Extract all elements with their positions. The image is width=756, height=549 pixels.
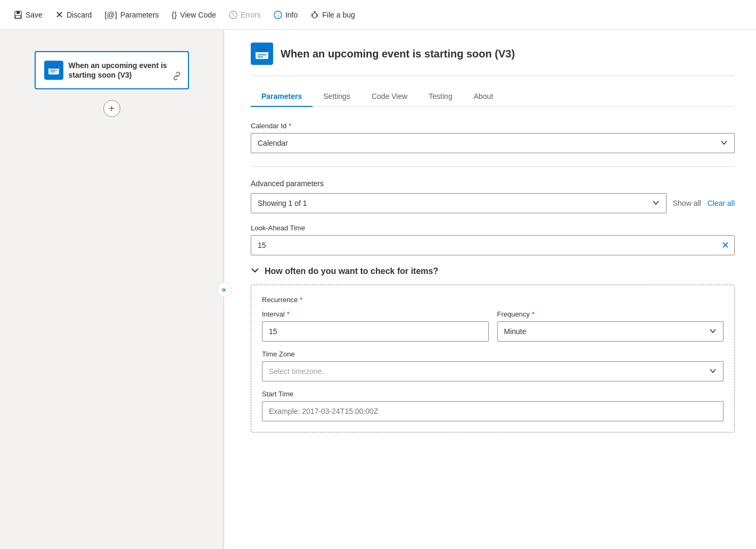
chevron-down-icon bbox=[720, 139, 728, 148]
panel-header: When an upcoming event is starting soon … bbox=[251, 30, 735, 76]
parameters-label: Parameters bbox=[120, 11, 159, 19]
file-bug-label: File a bug bbox=[322, 11, 355, 19]
discard-button[interactable]: ✕ Discard bbox=[50, 6, 97, 24]
frequency-chevron-icon bbox=[709, 327, 717, 336]
left-panel: When an upcoming event is starting soon … bbox=[0, 30, 224, 549]
calendar-id-select[interactable]: Calendar bbox=[251, 133, 735, 153]
view-code-icon: {} bbox=[171, 10, 177, 19]
recurrence-section-title: How often do you want to check for items… bbox=[265, 267, 438, 276]
tab-testing[interactable]: Testing bbox=[418, 87, 463, 107]
recurrence-label: Recurrence * bbox=[262, 296, 724, 304]
tab-code-view[interactable]: Code View bbox=[361, 87, 418, 107]
errors-button[interactable]: Errors bbox=[224, 7, 266, 22]
info-icon: i bbox=[274, 11, 282, 19]
start-time-label: Start Time bbox=[262, 390, 724, 398]
interval-frequency-row: Interval * Frequency * Minute bbox=[262, 310, 724, 342]
parameters-button[interactable]: [@] Parameters bbox=[99, 7, 164, 22]
info-button[interactable]: i Info bbox=[268, 7, 303, 22]
view-code-button[interactable]: {} View Code bbox=[166, 7, 221, 22]
timezone-select[interactable]: Select timezone. bbox=[262, 361, 724, 381]
clear-all-button[interactable]: Clear all bbox=[708, 199, 735, 207]
node-title: When an upcoming event is starting soon … bbox=[69, 61, 179, 80]
flow-node[interactable]: When an upcoming event is starting soon … bbox=[35, 51, 189, 89]
interval-group: Interval * bbox=[262, 310, 489, 342]
bug-icon bbox=[310, 11, 319, 19]
discard-icon: ✕ bbox=[55, 9, 63, 21]
tab-bar: Parameters Settings Code View Testing Ab… bbox=[251, 87, 735, 107]
calendar-id-group: Calendar Id * Calendar bbox=[251, 122, 735, 153]
start-time-group: Start Time bbox=[262, 390, 724, 421]
frequency-group: Frequency * Minute bbox=[497, 310, 724, 342]
timezone-group: Time Zone Select timezone. bbox=[262, 350, 724, 381]
calendar-id-label: Calendar Id * bbox=[251, 122, 735, 130]
showing-row: Showing 1 of 1 Show all Clear all bbox=[251, 193, 735, 213]
tab-settings[interactable]: Settings bbox=[313, 87, 361, 107]
look-ahead-label: Look-Ahead Time bbox=[251, 224, 735, 232]
svg-point-5 bbox=[233, 16, 234, 17]
panel-title: When an upcoming event is starting soon … bbox=[281, 48, 515, 60]
svg-point-8 bbox=[313, 13, 317, 18]
svg-rect-2 bbox=[15, 15, 21, 18]
svg-rect-16 bbox=[48, 66, 59, 69]
save-icon bbox=[14, 11, 22, 19]
divider bbox=[251, 166, 735, 167]
recurrence-box: Recurrence * Interval * Frequency bbox=[251, 285, 735, 432]
frequency-label: Frequency * bbox=[497, 310, 724, 318]
svg-text:i: i bbox=[277, 13, 279, 18]
look-ahead-input-wrapper: ✕ bbox=[251, 235, 735, 255]
tab-about[interactable]: About bbox=[463, 87, 504, 107]
main-layout: When an upcoming event is starting soon … bbox=[0, 30, 756, 549]
frequency-select[interactable]: Minute bbox=[497, 321, 724, 342]
show-all-button[interactable]: Show all bbox=[673, 199, 701, 207]
node-header: When an upcoming event is starting soon … bbox=[44, 61, 179, 80]
look-ahead-group: Look-Ahead Time ✕ bbox=[251, 224, 735, 255]
recurrence-section: How often do you want to check for items… bbox=[251, 266, 735, 432]
discard-label: Discard bbox=[67, 11, 92, 19]
view-code-label: View Code bbox=[180, 11, 216, 19]
advanced-params-label: Advanced parameters bbox=[251, 179, 735, 188]
timezone-chevron-icon bbox=[709, 367, 717, 376]
tab-parameters[interactable]: Parameters bbox=[251, 87, 313, 107]
showing-dropdown[interactable]: Showing 1 of 1 bbox=[251, 193, 667, 213]
recurrence-required: * bbox=[300, 296, 302, 304]
link-icon bbox=[172, 71, 182, 83]
add-step-button[interactable]: + bbox=[103, 100, 120, 117]
collapse-chevron-icon bbox=[251, 266, 259, 276]
save-label: Save bbox=[26, 11, 43, 19]
collapse-panel-button[interactable]: » bbox=[217, 282, 232, 297]
start-time-input[interactable] bbox=[262, 401, 724, 421]
save-button[interactable]: Save bbox=[9, 7, 48, 22]
panel-icon bbox=[251, 43, 273, 65]
clear-look-ahead-button[interactable]: ✕ bbox=[721, 239, 729, 251]
info-label: Info bbox=[285, 11, 298, 19]
file-bug-button[interactable]: File a bug bbox=[305, 7, 360, 22]
errors-icon bbox=[229, 11, 237, 19]
required-marker: * bbox=[289, 122, 291, 130]
svg-rect-20 bbox=[256, 48, 268, 52]
interval-label: Interval * bbox=[262, 310, 489, 318]
node-icon bbox=[44, 61, 63, 80]
interval-input[interactable] bbox=[262, 321, 489, 342]
right-panel: When an upcoming event is starting soon … bbox=[224, 30, 756, 549]
svg-rect-1 bbox=[17, 11, 20, 14]
errors-label: Errors bbox=[241, 11, 261, 19]
toolbar: Save ✕ Discard [@] Parameters {} View Co… bbox=[0, 0, 756, 30]
look-ahead-input[interactable] bbox=[251, 235, 735, 255]
showing-chevron-icon bbox=[652, 199, 660, 208]
parameters-icon: [@] bbox=[104, 10, 117, 19]
recurrence-collapse-header[interactable]: How often do you want to check for items… bbox=[251, 266, 735, 276]
timezone-label: Time Zone bbox=[262, 350, 724, 358]
